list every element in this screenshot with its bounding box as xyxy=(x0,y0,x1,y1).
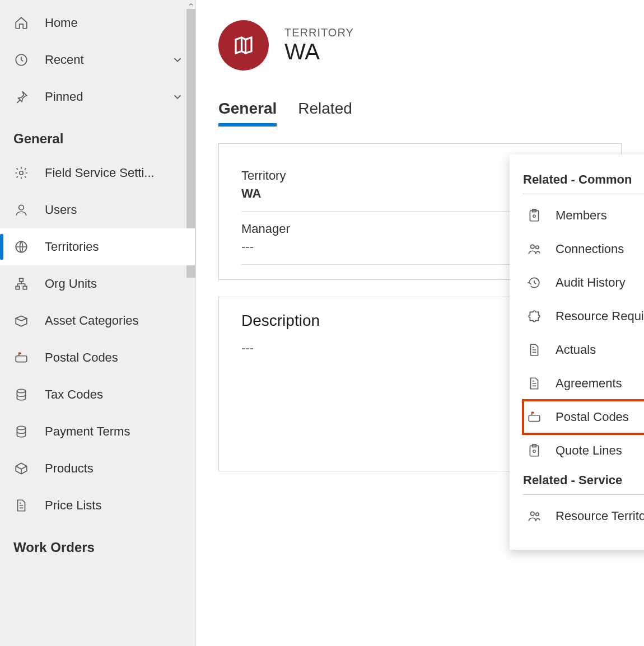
chevron-down-icon xyxy=(171,54,184,66)
nav-item-price-lists[interactable]: Price Lists xyxy=(0,487,195,524)
nav-label: Territories xyxy=(45,240,99,254)
clock-icon xyxy=(13,52,29,68)
home-icon xyxy=(13,15,29,31)
related-dropdown: Related - CommonMembersConnectionsAudit … xyxy=(510,155,644,550)
form-tabs: GeneralRelated xyxy=(218,100,622,127)
puzzle-icon xyxy=(526,308,542,324)
people-icon xyxy=(526,241,542,257)
nav-label: Price Lists xyxy=(45,498,101,513)
menu-label: Resource Territories xyxy=(556,509,644,523)
chevron-down-icon xyxy=(171,91,184,103)
nav-label: Payment Terms xyxy=(45,424,130,439)
cube-icon xyxy=(13,461,29,476)
menu-label: Resource Requirements xyxy=(556,309,644,324)
related-item-audit-history[interactable]: Audit History xyxy=(523,266,644,299)
menu-label: Postal Codes xyxy=(556,410,629,424)
nav-label: Home xyxy=(45,16,78,30)
related-item-actuals[interactable]: Actuals xyxy=(523,333,644,367)
history-icon xyxy=(526,275,542,291)
menu-label: Members xyxy=(556,208,607,223)
stack-icon xyxy=(13,387,29,402)
file-icon xyxy=(526,342,542,358)
nav-label: Postal Codes xyxy=(45,350,118,365)
nav-label: Pinned xyxy=(45,90,83,104)
nav-section-header: General xyxy=(0,115,195,155)
nav-item-products[interactable]: Products xyxy=(0,450,195,487)
nav-item-tax-codes[interactable]: Tax Codes xyxy=(0,376,195,413)
box-open-icon xyxy=(13,313,29,329)
mailbox-icon xyxy=(13,350,29,366)
nav-item-payment-terms[interactable]: Payment Terms xyxy=(0,413,195,450)
entity-type-label: TERRITORY xyxy=(284,26,354,39)
related-item-connections[interactable]: Connections xyxy=(523,232,644,266)
related-group-title: Related - Common xyxy=(523,167,644,194)
nav-item-org-units[interactable]: Org Units xyxy=(0,265,195,302)
scroll-up-arrow[interactable] xyxy=(186,0,195,9)
nav-item-users[interactable]: Users xyxy=(0,191,195,228)
nav-item-asset-categories[interactable]: Asset Categories xyxy=(0,302,195,339)
nav-item-field-service-setti-[interactable]: Field Service Setti... xyxy=(0,155,195,191)
nav-item-postal-codes[interactable]: Postal Codes xyxy=(0,339,195,376)
record-name: WA xyxy=(284,39,354,64)
related-group-title: Related - Service xyxy=(523,467,644,495)
related-item-quote-lines[interactable]: Quote Lines xyxy=(523,434,644,467)
menu-label: Audit History xyxy=(556,275,626,290)
file-icon xyxy=(13,498,29,513)
nav-recent[interactable]: Recent xyxy=(0,41,195,78)
nav-label: Users xyxy=(45,203,77,217)
menu-label: Connections xyxy=(556,242,624,256)
stack-icon xyxy=(13,424,29,439)
record-entity-icon xyxy=(218,20,269,71)
nav-pinned[interactable]: Pinned xyxy=(0,78,195,115)
related-item-agreements[interactable]: Agreements xyxy=(523,367,644,400)
nav-label: Field Service Setti... xyxy=(45,166,155,180)
tab-related[interactable]: Related xyxy=(298,100,352,127)
nav-item-territories[interactable]: Territories xyxy=(0,228,195,265)
nav-label: Recent xyxy=(45,53,84,67)
menu-label: Actuals xyxy=(556,343,596,357)
nav-label: Org Units xyxy=(45,277,97,291)
user-icon xyxy=(13,202,29,218)
tab-general[interactable]: General xyxy=(218,100,277,127)
clipboard-gear-icon xyxy=(526,208,542,223)
org-icon xyxy=(13,276,29,292)
related-item-postal-codes[interactable]: Postal Codes xyxy=(523,400,644,434)
nav-label: Products xyxy=(45,461,94,476)
nav-section-header: Work Orders xyxy=(0,524,195,563)
people-icon xyxy=(526,508,542,524)
menu-label: Quote Lines xyxy=(556,443,622,458)
nav-home[interactable]: Home xyxy=(0,4,195,41)
globe-icon xyxy=(13,239,29,255)
related-item-members[interactable]: Members xyxy=(523,199,644,232)
main-content: TERRITORY WA GeneralRelated TerritoryWAM… xyxy=(196,0,644,646)
mailbox-icon xyxy=(526,409,542,425)
related-item-resource-requirements[interactable]: Resource Requirements xyxy=(523,299,644,333)
related-item-resource-territories[interactable]: Resource Territories xyxy=(523,499,644,533)
file-icon xyxy=(526,376,542,391)
nav-label: Tax Codes xyxy=(45,387,103,402)
pin-icon xyxy=(13,89,29,105)
menu-label: Agreements xyxy=(556,376,622,391)
gear-icon xyxy=(13,165,29,181)
nav-label: Asset Categories xyxy=(45,313,139,328)
clipboard-gear-icon xyxy=(526,443,542,458)
record-header: TERRITORY WA xyxy=(218,20,622,71)
sidebar: HomeRecentPinnedGeneralField Service Set… xyxy=(0,0,196,646)
